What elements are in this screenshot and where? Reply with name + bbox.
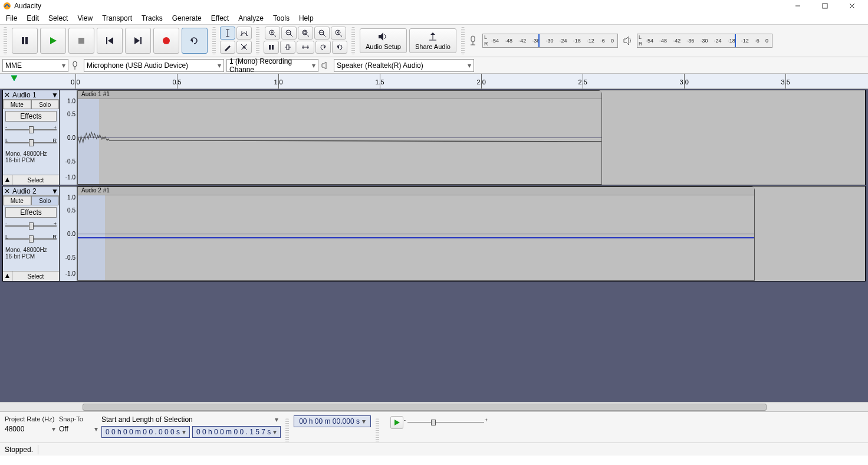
upload-icon — [427, 31, 439, 42]
play-at-speed-button[interactable] — [390, 416, 403, 429]
window-close-button[interactable] — [839, 0, 866, 12]
tools-toolbar — [217, 25, 255, 57]
track-select-button[interactable]: Select — [12, 175, 59, 185]
sync-lock-button[interactable] — [297, 41, 314, 54]
play-at-speed-toolbar: -+ — [390, 415, 484, 430]
track-close-button[interactable]: ✕ — [3, 91, 11, 99]
zoom-out-button[interactable] — [281, 27, 297, 40]
menu-edit[interactable]: Edit — [22, 13, 44, 24]
stop-button[interactable] — [68, 28, 94, 54]
menu-select[interactable]: Select — [44, 13, 73, 24]
record-meter[interactable]: LR -54-48-42-36-30-24-18-12-60 — [468, 25, 618, 57]
selection-mode-select[interactable]: Start and Length of Selection▾ — [101, 415, 278, 424]
menu-help[interactable]: Help — [294, 13, 318, 24]
track-collapse-button[interactable]: ▲ — [3, 175, 12, 185]
toolbar-grip[interactable] — [351, 27, 355, 54]
pan-slider[interactable]: LR — [5, 137, 57, 148]
play-button[interactable] — [40, 28, 66, 54]
toolbar-grip[interactable] — [376, 418, 379, 444]
playhead-icon[interactable] — [11, 75, 18, 83]
solo-button[interactable]: Solo — [31, 100, 60, 109]
audio-clip[interactable]: Audio 2 #1 — [77, 186, 755, 281]
window-maximize-button[interactable] — [811, 0, 839, 12]
toolbar-grip[interactable] — [212, 27, 216, 54]
audio-clip[interactable]: Audio 1 #1 — [77, 90, 602, 185]
mute-button[interactable]: Mute — [3, 100, 31, 109]
track-name[interactable]: Audio 1 — [11, 91, 51, 99]
track-menu-button[interactable]: ▼ — [51, 91, 59, 99]
toolbar-grip[interactable] — [256, 27, 259, 54]
menu-tools[interactable]: Tools — [268, 13, 294, 24]
track-waveform[interactable]: Audio 2 #1 — [77, 186, 865, 281]
loop-button[interactable] — [182, 28, 208, 54]
menu-view[interactable]: View — [73, 13, 97, 24]
track-collapse-button[interactable]: ▲ — [3, 271, 12, 281]
svg-marker-55 — [624, 37, 629, 45]
horizontal-scrollbar[interactable] — [0, 402, 868, 411]
menu-file[interactable]: File — [1, 13, 22, 24]
svg-line-37 — [340, 34, 342, 37]
draw-tool-button[interactable] — [220, 41, 235, 54]
project-rate-select[interactable]: 48000▾ — [5, 425, 55, 433]
host-select[interactable]: MME▾ — [2, 59, 68, 72]
track-waveform[interactable]: Audio 1 #1 — [77, 90, 865, 185]
fit-project-button[interactable] — [314, 27, 330, 40]
toolbar-grip[interactable] — [461, 27, 465, 54]
toolbar-grip[interactable] — [285, 418, 289, 444]
effects-button[interactable]: Effects — [5, 111, 57, 122]
clip-title[interactable]: Audio 1 #1 — [78, 91, 601, 99]
zoom-toggle-button[interactable] — [331, 27, 346, 40]
undo-button[interactable] — [315, 41, 331, 54]
envelope-tool-button[interactable] — [236, 27, 252, 40]
solo-button[interactable]: Solo — [31, 196, 60, 205]
selection-length-time[interactable]: 0 0 h 0 0 m 0 0 . 1 5 7 s▾ — [192, 426, 281, 438]
audio-setup-button[interactable]: Audio Setup — [360, 28, 407, 53]
input-device-select[interactable]: Microphone (USB Audio Device)▾ — [84, 59, 224, 72]
zoom-in-button[interactable] — [265, 27, 280, 40]
timeline-tick-label: 2.0 — [476, 78, 485, 86]
menu-analyze[interactable]: Analyze — [234, 13, 268, 24]
selection-start-time[interactable]: 0 0 h 0 0 m 0 0 . 0 0 0 s▾ — [101, 426, 190, 438]
output-device-select[interactable]: Speaker (Realtek(R) Audio)▾ — [334, 59, 474, 72]
fit-selection-button[interactable] — [298, 27, 313, 40]
selection-tool-button[interactable] — [220, 27, 235, 40]
chevron-down-icon: ▾ — [94, 425, 98, 433]
skip-start-button[interactable] — [97, 28, 123, 54]
timeline-ruler[interactable]: 0.00.51.01.52.02.53.03.5 — [0, 74, 868, 89]
svg-marker-48 — [379, 32, 383, 41]
pan-slider[interactable]: LR — [5, 234, 57, 244]
trim-button[interactable] — [264, 41, 279, 54]
gain-slider[interactable]: -+ — [5, 221, 57, 231]
track-menu-button[interactable]: ▼ — [51, 187, 59, 195]
clip-title[interactable]: Audio 2 #1 — [78, 187, 754, 195]
gain-slider[interactable]: -+ — [5, 125, 57, 135]
snap-to-select[interactable]: Off▾ — [59, 425, 98, 433]
toolbar-grip[interactable] — [4, 27, 7, 54]
redo-button[interactable] — [332, 41, 347, 54]
track-select-button[interactable]: Select — [12, 271, 59, 281]
status-bar: Stopped. — [0, 443, 868, 456]
pause-button[interactable] — [12, 28, 38, 54]
skip-end-button[interactable] — [125, 28, 151, 54]
share-audio-button[interactable]: Share Audio — [409, 28, 456, 53]
window-minimize-button[interactable] — [784, 0, 811, 12]
mute-button[interactable]: Mute — [3, 196, 31, 205]
chevron-down-icon: ▾ — [52, 425, 55, 433]
play-meter[interactable]: LR -54-48-42-36-30-24-18-12-60 — [623, 25, 772, 57]
menu-tracks[interactable]: Tracks — [137, 13, 167, 24]
record-button[interactable] — [153, 28, 179, 54]
position-time-display[interactable]: 00 h 00 m 00.000 s▾ — [294, 415, 371, 427]
track-name[interactable]: Audio 2 — [11, 187, 51, 195]
svg-rect-39 — [272, 45, 274, 50]
effects-button[interactable]: Effects — [5, 207, 57, 218]
menu-effect[interactable]: Effect — [206, 13, 234, 24]
multi-tool-button[interactable] — [236, 41, 252, 54]
track-close-button[interactable]: ✕ — [3, 187, 11, 195]
svg-marker-7 — [50, 37, 57, 44]
svg-rect-9 — [106, 37, 107, 44]
channels-select[interactable]: 1 (Mono) Recording Channe▾ — [226, 59, 318, 72]
menu-generate[interactable]: Generate — [167, 13, 206, 24]
playback-speed-slider[interactable]: -+ — [407, 420, 484, 425]
silence-button[interactable] — [280, 41, 295, 54]
menu-transport[interactable]: Transport — [97, 13, 137, 24]
